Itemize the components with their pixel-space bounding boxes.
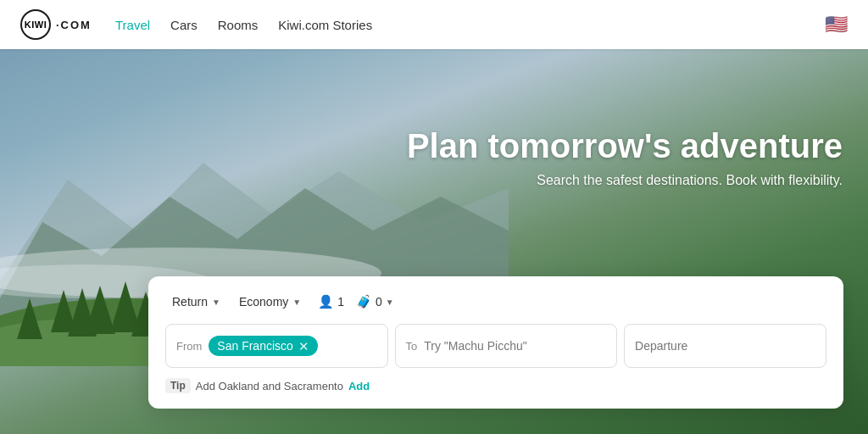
- bags-count: 0: [376, 295, 382, 309]
- tip-bar: Tip Add Oakland and Sacramento Add: [165, 378, 826, 393]
- to-input[interactable]: [424, 339, 606, 353]
- from-label: From: [176, 340, 202, 353]
- hero-text-block: Plan tomorrow's adventure Search the saf…: [407, 125, 843, 188]
- hero-section: Plan tomorrow's adventure Search the saf…: [0, 49, 868, 434]
- navbar: KIWI ·COM Travel Cars Rooms Kiwi.com Sto…: [0, 0, 868, 49]
- departure-field[interactable]: [624, 324, 826, 368]
- nav-stories[interactable]: Kiwi.com Stories: [278, 18, 372, 32]
- pax-chevron: ▼: [386, 298, 394, 307]
- cabin-class-button[interactable]: Economy ▼: [232, 292, 308, 312]
- hero-subtitle: Search the safest destinations. Book wit…: [407, 173, 843, 188]
- cabin-class-chevron: ▼: [292, 298, 301, 307]
- passengers-info: 👤 1 🧳 0 ▼: [318, 294, 394, 309]
- search-inputs: From San Francisco ✕ To: [165, 324, 826, 368]
- logo[interactable]: KIWI ·COM: [20, 9, 92, 40]
- person-icon: 👤: [318, 294, 334, 309]
- from-location-tag[interactable]: San Francisco ✕: [209, 336, 317, 356]
- hero-title: Plan tomorrow's adventure: [407, 125, 843, 166]
- nav-travel[interactable]: Travel: [115, 18, 150, 32]
- nav-rooms[interactable]: Rooms: [218, 18, 259, 32]
- logo-text: ·COM: [56, 19, 92, 31]
- to-field[interactable]: To: [395, 324, 618, 368]
- search-panel: Return ▼ Economy ▼ 👤 1 🧳 0 ▼: [148, 276, 843, 409]
- logo-circle: KIWI: [20, 9, 51, 40]
- cabin-class-label: Economy: [239, 295, 288, 309]
- locale-selector[interactable]: 🇺🇸: [825, 14, 848, 36]
- bags-selector[interactable]: 🧳 0 ▼: [356, 294, 394, 309]
- adults-count: 1: [337, 295, 344, 309]
- from-location-value: San Francisco: [217, 339, 292, 353]
- tip-add-button[interactable]: Add: [348, 380, 370, 392]
- trip-type-button[interactable]: Return ▼: [165, 292, 227, 312]
- trip-type-label: Return: [172, 295, 208, 309]
- nav-cars[interactable]: Cars: [170, 18, 198, 32]
- tip-badge: Tip: [165, 378, 191, 393]
- to-label: To: [406, 340, 418, 353]
- adults-selector[interactable]: 👤 1: [318, 294, 344, 309]
- flag-icon: 🇺🇸: [825, 14, 848, 35]
- tip-message: Add Oakland and Sacramento: [196, 380, 343, 392]
- trip-type-chevron: ▼: [212, 298, 220, 307]
- from-field[interactable]: From San Francisco ✕: [165, 324, 388, 368]
- bag-icon: 🧳: [356, 294, 372, 309]
- departure-input[interactable]: [635, 339, 815, 353]
- nav-links: Travel Cars Rooms Kiwi.com Stories: [115, 18, 825, 32]
- search-filters: Return ▼ Economy ▼ 👤 1 🧳 0 ▼: [165, 292, 826, 312]
- from-clear-button[interactable]: ✕: [298, 340, 309, 353]
